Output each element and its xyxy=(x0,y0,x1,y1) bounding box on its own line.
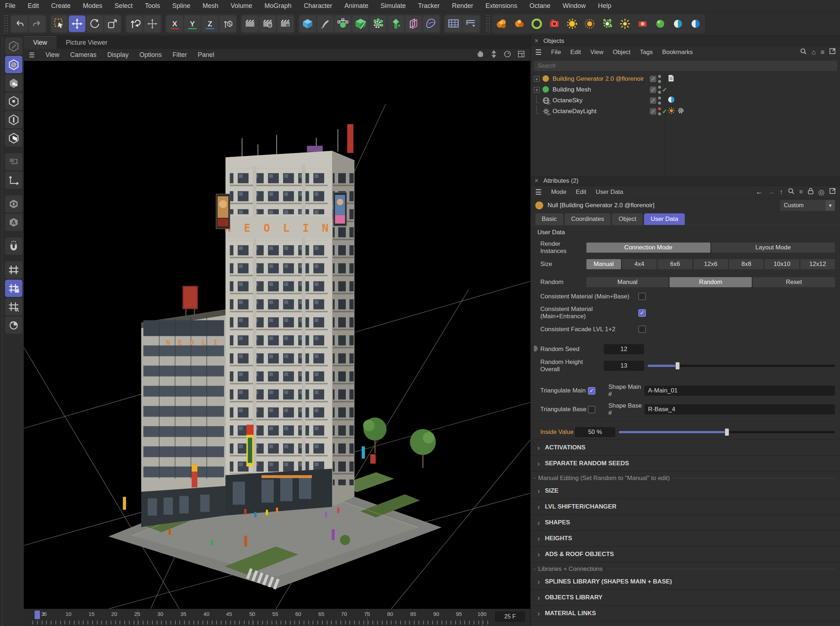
grid-snap-icon[interactable] xyxy=(5,261,22,279)
orbit-icon[interactable] xyxy=(504,50,512,60)
section-material-links[interactable]: › MATERIAL LINKS xyxy=(531,606,840,622)
triangulate-base-checkbox[interactable] xyxy=(588,406,595,413)
menu-window[interactable]: Window xyxy=(563,2,586,10)
tab-user-data[interactable]: User Data xyxy=(644,213,685,225)
octane-material-ball-icon[interactable] xyxy=(652,16,668,32)
section-objects-library[interactable]: › OBJECTS LIBRARY xyxy=(531,590,840,606)
track-icon[interactable]: ◎ xyxy=(818,188,824,196)
deformer-icon[interactable] xyxy=(387,16,404,32)
model-mode-icon[interactable] xyxy=(5,56,22,73)
vp-menu-cameras[interactable]: Cameras xyxy=(70,51,97,59)
tree-row-octanesky[interactable]: ST OctaneSky xyxy=(531,95,840,106)
gear-tag-icon[interactable] xyxy=(677,107,684,116)
random-random-button[interactable]: Random xyxy=(670,277,752,287)
tree-row-octanedaylight[interactable]: ST OctaneDayLight ✓ xyxy=(531,106,840,117)
menu-render[interactable]: Render xyxy=(452,2,473,10)
layer-toggle-icon[interactable] xyxy=(650,97,656,104)
size-4x4-button[interactable]: 4x4 xyxy=(622,259,657,269)
xpresso-tag-icon[interactable] xyxy=(668,75,674,84)
section-size[interactable]: › SIZE xyxy=(531,483,840,499)
objects-menu-tags[interactable]: Tags xyxy=(640,49,653,56)
axis-modification-icon[interactable] xyxy=(144,16,161,32)
attr-search-icon[interactable] xyxy=(788,188,795,196)
menu-create[interactable]: Create xyxy=(51,2,70,10)
menu-simulate[interactable]: Simulate xyxy=(380,2,406,10)
add-cube-object-icon[interactable] xyxy=(299,16,316,32)
objects-menu-icon[interactable]: ☰ xyxy=(535,48,542,56)
menu-help[interactable]: Help xyxy=(598,2,611,10)
objects-menu-bookmarks[interactable]: Bookmarks xyxy=(662,49,693,56)
section-splines-library[interactable]: › SPLINES LIBRARY (SHAPES MAIN + BASE) xyxy=(531,574,840,590)
preset-dropdown[interactable]: Custom ▼ xyxy=(780,200,835,211)
timeline-ruler[interactable]: 5 10 15 20 25 30 35 40 45 50 55 60 65 70… xyxy=(24,609,530,620)
menu-edit[interactable]: Edit xyxy=(28,2,39,10)
attributes-menu-icon[interactable]: ☰ xyxy=(535,188,542,196)
workplane-axis-icon[interactable] xyxy=(5,172,22,189)
edges-mode-icon[interactable] xyxy=(5,111,22,128)
menu-volume[interactable]: Volume xyxy=(231,2,252,10)
menu-select[interactable]: Select xyxy=(114,2,133,10)
octane-toggle-icon-blue[interactable] xyxy=(687,16,704,32)
search-icon[interactable] xyxy=(800,48,807,56)
shape-base-input[interactable]: R-Base_4 xyxy=(645,404,835,415)
objects-menu-object[interactable]: Object xyxy=(613,49,630,56)
lock-z-axis-icon[interactable]: Z xyxy=(202,16,218,32)
size-12x12-button[interactable]: 12x12 xyxy=(800,259,835,269)
octane-sun-icon-2[interactable] xyxy=(581,16,598,32)
attr-filter-icon[interactable]: ≡ xyxy=(799,188,803,196)
toolbar-grip-2[interactable] xyxy=(486,14,490,33)
render-to-picture-viewer-icon[interactable] xyxy=(259,16,276,32)
spline-primitive-icon[interactable] xyxy=(423,16,439,32)
menu-octane[interactable]: Octane xyxy=(529,2,550,10)
section-ads-roof-objects[interactable]: › ADS & ROOF OBJECTS xyxy=(531,547,840,563)
layout-arrange-icon[interactable] xyxy=(463,16,479,32)
auto-mode-icon[interactable]: A xyxy=(5,214,22,231)
render-view-icon[interactable] xyxy=(242,16,258,32)
close-icon[interactable]: × xyxy=(534,177,539,185)
last-tool-icon[interactable] xyxy=(126,16,143,32)
sun-tag-icon[interactable] xyxy=(668,107,675,116)
coordinate-system-icon[interactable] xyxy=(219,16,236,32)
section-activations[interactable]: › ACTIVATIONS xyxy=(531,439,840,456)
search-input[interactable] xyxy=(534,63,837,69)
menu-file[interactable]: File xyxy=(5,2,16,10)
history-back-icon[interactable]: ← xyxy=(756,188,763,196)
layer-toggle-icon[interactable] xyxy=(650,108,656,114)
lock-y-axis-icon[interactable]: Y xyxy=(184,16,201,32)
size-8x8-button[interactable]: 8x8 xyxy=(729,259,763,269)
menu-spline[interactable]: Spline xyxy=(172,2,190,10)
undo-icon[interactable] xyxy=(11,16,28,32)
enabled-check-icon[interactable]: ✓ xyxy=(662,108,667,115)
objects-menu-edit[interactable]: Edit xyxy=(570,49,581,56)
snap-magnet-icon[interactable] xyxy=(5,238,22,255)
random-height-input[interactable]: 13 xyxy=(604,361,644,371)
tab-view[interactable]: View xyxy=(24,36,56,49)
redo-icon[interactable] xyxy=(29,16,45,32)
octane-render-camera-icon[interactable] xyxy=(546,16,563,32)
attr-menu-userdata[interactable]: User Data xyxy=(596,188,623,196)
tweak-mode-icon[interactable] xyxy=(5,153,22,171)
parent-up-icon[interactable]: ↑ xyxy=(779,188,783,196)
menu-character[interactable]: Character xyxy=(304,2,332,10)
viewport-canvas[interactable]: N E O L I N xyxy=(24,61,530,609)
consistent-facade-checkbox[interactable] xyxy=(638,326,646,333)
live-selection-tool-icon[interactable] xyxy=(51,16,68,32)
points-mode-icon[interactable] xyxy=(5,92,22,110)
toolbar-grip[interactable] xyxy=(4,14,9,33)
menu-modes[interactable]: Modes xyxy=(83,2,102,10)
octane-toggle-icon-teal[interactable] xyxy=(670,16,686,32)
scale-tool-icon[interactable] xyxy=(104,16,121,32)
polygon-object-icon[interactable] xyxy=(352,16,369,32)
consistent-material-entrance-checkbox[interactable]: ✓ xyxy=(638,309,646,317)
inside-value-input[interactable]: 50 % xyxy=(575,427,615,437)
size-10x10-button[interactable]: 10x10 xyxy=(765,259,799,269)
spline-pen-icon[interactable] xyxy=(317,16,334,32)
open-window-icon[interactable] xyxy=(829,48,836,56)
layout-mode-button[interactable]: Layout Mode xyxy=(711,243,835,253)
viewport-solo-icon[interactable] xyxy=(5,195,22,213)
viewport-menu-icon[interactable]: ☰ xyxy=(29,51,34,59)
vp-menu-filter[interactable]: Filter xyxy=(173,51,187,59)
objects-menu-file[interactable]: File xyxy=(551,49,561,56)
tab-basic[interactable]: Basic xyxy=(535,213,564,225)
make-editable-icon[interactable] xyxy=(5,38,22,55)
